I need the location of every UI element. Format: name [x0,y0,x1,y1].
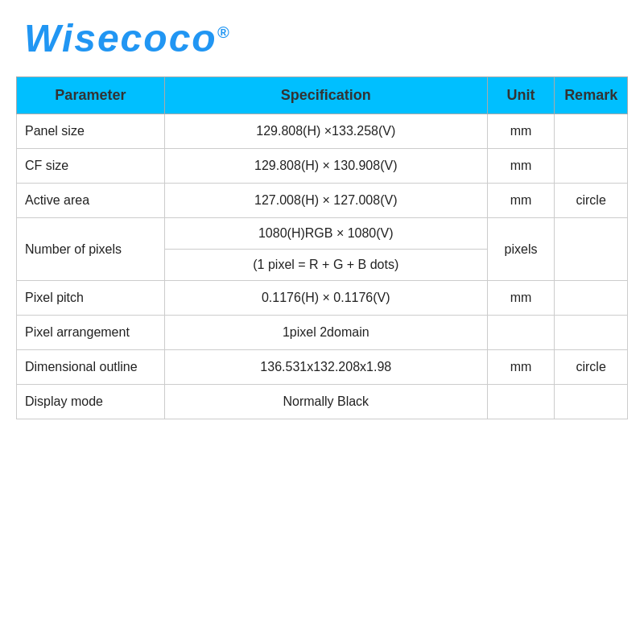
param-pixel-pitch: Pixel pitch [17,281,165,316]
table-row: Display mode Normally Black [17,385,628,419]
spec-pixel-arrangement: 1pixel 2domain [164,316,487,350]
logo: Wisecoco® [24,16,230,60]
remark-active-area: circle [555,184,628,218]
logo-text: Wisecoco [24,17,217,60]
unit-pixel-pitch: mm [487,281,555,316]
header-remark: Remark [555,77,628,114]
table-row: Dimensional outline 136.531x132.208x1.98… [17,350,628,385]
spec-dimensional-outline: 136.531x132.208x1.98 [164,350,487,385]
spec-panel-size: 129.808(H) ×133.258(V) [164,114,487,149]
table-header-row: Parameter Specification Unit Remark [17,77,628,114]
param-dimensional-outline: Dimensional outline [17,350,165,385]
pixels-spec-line1: 1080(H)RGB × 1080(V) [165,218,487,250]
param-panel-size: Panel size [17,114,165,149]
page-container: Wisecoco® Wisecoco Parameter Specificati… [0,0,644,644]
header-specification: Specification [164,77,487,114]
unit-panel-size: mm [487,114,555,149]
remark-cf-size [555,149,628,184]
param-display-mode: Display mode [17,385,165,419]
header-parameter: Parameter [17,77,165,114]
table-row: CF size 129.808(H) × 130.908(V) mm [17,149,628,184]
remark-display-mode [555,385,628,419]
unit-active-area: mm [487,184,555,218]
param-cf-size: CF size [17,149,165,184]
remark-dimensional-outline: circle [555,350,628,385]
header-unit: Unit [487,77,555,114]
param-pixel-arrangement: Pixel arrangement [17,316,165,350]
pixels-spec-container: 1080(H)RGB × 1080(V) (1 pixel = R + G + … [165,218,487,280]
remark-number-of-pixels [555,218,628,281]
spec-display-mode: Normally Black [164,385,487,419]
pixels-spec-line2: (1 pixel = R + G + B dots) [165,250,487,280]
table-row: Pixel arrangement 1pixel 2domain [17,316,628,350]
spec-pixel-pitch: 0.1176(H) × 0.1176(V) [164,281,487,316]
table-row: Panel size 129.808(H) ×133.258(V) mm [17,114,628,149]
unit-dimensional-outline: mm [487,350,555,385]
logo-area: Wisecoco® [16,8,628,76]
spec-cf-size: 129.808(H) × 130.908(V) [164,149,487,184]
param-number-of-pixels: Number of pixels [17,218,165,281]
unit-pixel-arrangement [487,316,555,350]
registered-symbol: ® [217,23,231,41]
remark-pixel-pitch [555,281,628,316]
unit-number-of-pixels: pixels [487,218,555,281]
remark-panel-size [555,114,628,149]
spec-table: Parameter Specification Unit Remark Pane… [16,76,628,419]
spec-active-area: 127.008(H) × 127.008(V) [164,184,487,218]
table-row: Pixel pitch 0.1176(H) × 0.1176(V) mm [17,281,628,316]
remark-pixel-arrangement [555,316,628,350]
table-row-pixels: Number of pixels 1080(H)RGB × 1080(V) (1… [17,218,628,281]
param-active-area: Active area [17,184,165,218]
unit-cf-size: mm [487,149,555,184]
table-row: Active area 127.008(H) × 127.008(V) mm c… [17,184,628,218]
spec-number-of-pixels: 1080(H)RGB × 1080(V) (1 pixel = R + G + … [164,218,487,281]
unit-display-mode [487,385,555,419]
